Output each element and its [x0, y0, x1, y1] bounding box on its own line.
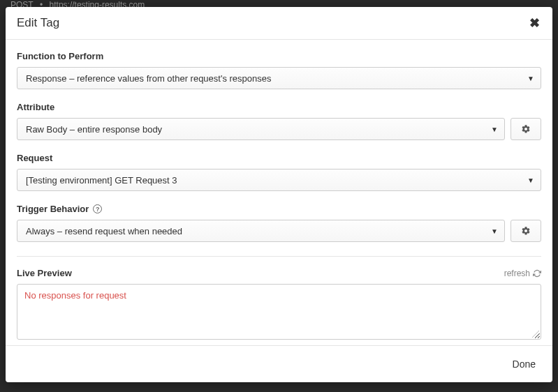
trigger-label: Trigger Behavior ? [17, 204, 541, 214]
gear-icon [521, 124, 531, 134]
close-button[interactable]: ✖ [528, 15, 541, 31]
request-select[interactable]: [Testing environment] GET Request 3 [17, 169, 541, 191]
function-select-value: Response – reference values from other r… [26, 73, 272, 84]
trigger-label-text: Trigger Behavior [17, 204, 89, 214]
trigger-select-wrap: Always – resend request when needed ▼ [17, 220, 505, 242]
modal-header: Edit Tag ✖ [6, 7, 552, 40]
help-icon[interactable]: ? [93, 204, 102, 213]
trigger-select-value: Always – resend request when needed [26, 226, 182, 236]
modal-footer: Done [6, 345, 552, 382]
attribute-settings-button[interactable] [511, 118, 541, 140]
modal-title: Edit Tag [17, 16, 59, 30]
preview-content: No responses for request [24, 290, 126, 301]
request-field: Request [Testing environment] GET Reques… [17, 153, 541, 191]
attribute-select-value: Raw Body – entire response body [26, 124, 162, 135]
preview-header: Live Preview refresh [17, 268, 541, 278]
request-select-value: [Testing environment] GET Request 3 [26, 175, 177, 186]
preview-box[interactable]: No responses for request [17, 284, 541, 340]
trigger-select[interactable]: Always – resend request when needed [17, 220, 505, 242]
preview-label: Live Preview [17, 268, 72, 278]
attribute-field: Attribute Raw Body – entire response bod… [17, 102, 541, 140]
trigger-settings-button[interactable] [511, 220, 541, 242]
divider [17, 256, 541, 257]
gear-icon [521, 226, 531, 236]
modal-body: Function to Perform Response – reference… [6, 40, 552, 345]
attribute-select[interactable]: Raw Body – entire response body [17, 118, 505, 140]
attribute-label: Attribute [17, 102, 541, 112]
resize-handle-icon [532, 331, 539, 338]
close-icon: ✖ [529, 16, 540, 30]
done-button[interactable]: Done [507, 356, 541, 372]
trigger-field: Trigger Behavior ? Always – resend reque… [17, 204, 541, 242]
refresh-icon [533, 269, 541, 278]
request-label: Request [17, 153, 541, 163]
live-preview-section: Live Preview refresh No responses for re… [17, 268, 541, 340]
edit-tag-modal: Edit Tag ✖ Function to Perform Response … [6, 7, 552, 382]
attribute-select-wrap: Raw Body – entire response body ▼ [17, 118, 505, 140]
function-select-wrap: Response – reference values from other r… [17, 67, 541, 89]
request-select-wrap: [Testing environment] GET Request 3 ▼ [17, 169, 541, 191]
function-field: Function to Perform Response – reference… [17, 51, 541, 89]
refresh-label: refresh [504, 269, 530, 278]
function-select[interactable]: Response – reference values from other r… [17, 67, 541, 89]
function-label: Function to Perform [17, 51, 541, 61]
refresh-button[interactable]: refresh [504, 269, 541, 278]
